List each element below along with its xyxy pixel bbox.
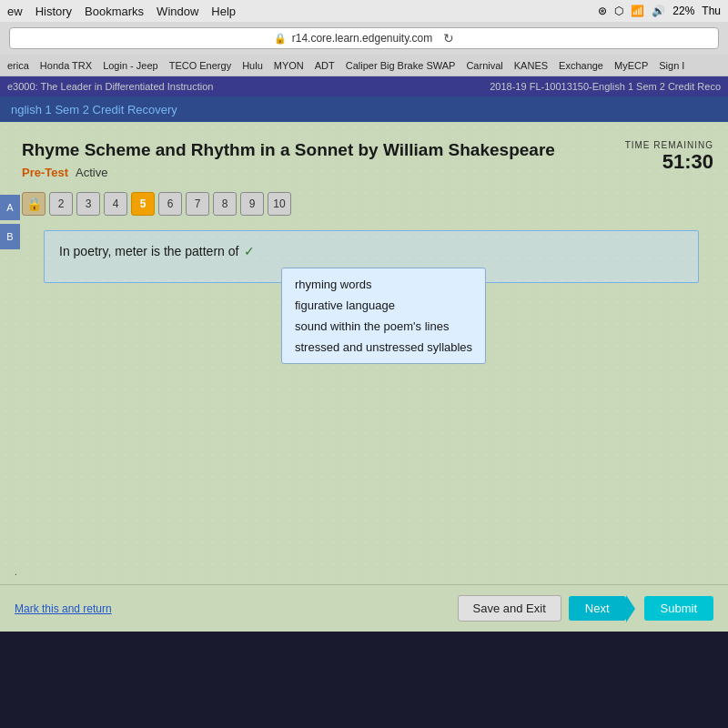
question-navigation: 🔒 2 3 4 5 6 7 8 9 10	[22, 192, 706, 216]
nav-btn-7[interactable]: 7	[186, 192, 209, 216]
url-text: r14.core.learn.edgenuity.com	[292, 32, 433, 45]
question-text: In poetry, meter is the pattern of ✓	[59, 244, 683, 258]
next-button[interactable]: Next	[569, 596, 626, 621]
menu-ew[interactable]: ew	[7, 5, 23, 18]
dropdown-option-2[interactable]: figurative language	[293, 295, 474, 316]
dropdown-option-4[interactable]: stressed and unstressed syllables	[293, 337, 474, 358]
bookmark-myecp[interactable]: MyECP	[614, 60, 648, 71]
nav-btn-lock[interactable]: 🔒	[22, 192, 46, 216]
check-icon: ✓	[244, 244, 255, 258]
bookmarks-bar: erica Honda TRX Login - Jeep TECO Energy…	[0, 55, 728, 76]
time-value: 51:30	[625, 150, 713, 174]
battery-icon: ⊛	[598, 5, 607, 17]
bookmark-adt[interactable]: ADT	[315, 60, 335, 71]
bottom-bar: Mark this and return Save and Exit Next …	[0, 584, 728, 632]
bookmark-login-jeep[interactable]: Login - Jeep	[103, 60, 158, 71]
lock-icon: 🔒	[274, 33, 287, 45]
bookmark-kanes[interactable]: KANES	[514, 60, 548, 71]
nav-btn-4[interactable]: 4	[104, 192, 127, 216]
pre-test-label: Pre-Test	[22, 166, 68, 179]
sidebar-icon-1[interactable]: A	[0, 195, 20, 220]
battery-percent: 22%	[672, 5, 694, 17]
dot-indicator: .	[15, 567, 17, 577]
mark-return-link[interactable]: Mark this and return	[15, 602, 112, 615]
bookmark-erica[interactable]: erica	[7, 60, 29, 71]
right-tab[interactable]: 2018-19 FL-10013150-English 1 Sem 2 Cred…	[490, 81, 721, 92]
save-exit-button[interactable]: Save and Exit	[458, 595, 561, 622]
browser-toolbar: 🔒 r14.core.learn.edgenuity.com ↻	[0, 22, 728, 55]
nav-btn-8[interactable]: 8	[213, 192, 237, 216]
menu-help[interactable]: Help	[211, 5, 236, 18]
page-tab-bar: e3000: The Leader in Differentiated Inst…	[0, 76, 728, 96]
question-area: In poetry, meter is the pattern of ✓ rhy…	[44, 230, 699, 283]
course-header: nglish 1 Sem 2 Credit Recovery	[0, 96, 728, 122]
course-title: nglish 1 Sem 2 Credit Recovery	[11, 103, 177, 116]
nav-btn-9[interactable]: 9	[240, 192, 264, 216]
nav-btn-10[interactable]: 10	[268, 192, 291, 216]
dropdown-container[interactable]: rhyming words figurative language sound …	[281, 268, 486, 364]
active-label: Active	[76, 166, 107, 179]
time-remaining-label: TIME REMAINING	[625, 140, 713, 150]
dropdown-option-1[interactable]: rhyming words	[293, 274, 474, 295]
bookmark-teco[interactable]: TECO Energy	[169, 60, 231, 71]
bookmark-hulu[interactable]: Hulu	[242, 60, 263, 71]
menu-bookmarks[interactable]: Bookmarks	[85, 5, 144, 18]
refresh-button[interactable]: ↻	[443, 31, 454, 46]
bookmark-myon[interactable]: MYON	[274, 60, 304, 71]
main-content: TIME REMAINING 51:30 Rhyme Scheme and Rh…	[0, 122, 728, 632]
bluetooth-icon: ⬡	[614, 5, 623, 17]
question-title: Rhyme Scheme and Rhythm in a Sonnet by W…	[22, 140, 706, 160]
clock: Thu	[702, 5, 721, 17]
submit-button[interactable]: Submit	[644, 596, 713, 621]
question-subtitle: Pre-Test Active	[22, 166, 706, 179]
left-tab[interactable]: e3000: The Leader in Differentiated Inst…	[7, 81, 213, 92]
bottom-buttons: Save and Exit Next Submit	[458, 595, 713, 622]
nav-btn-3[interactable]: 3	[76, 192, 100, 216]
menu-history[interactable]: History	[35, 5, 72, 18]
wifi-icon: 📶	[631, 5, 644, 17]
nav-btn-5[interactable]: 5	[131, 192, 155, 216]
bookmark-honda[interactable]: Honda TRX	[40, 60, 92, 71]
menu-window[interactable]: Window	[157, 5, 198, 18]
bookmark-exchange[interactable]: Exchange	[559, 60, 603, 71]
left-sidebar: A B	[0, 195, 20, 249]
nav-btn-2[interactable]: 2	[49, 192, 73, 216]
dropdown-option-3[interactable]: sound within the poem's lines	[293, 316, 474, 337]
address-bar[interactable]: 🔒 r14.core.learn.edgenuity.com ↻	[9, 27, 719, 49]
sidebar-icon-2[interactable]: B	[0, 224, 20, 249]
timer-area: TIME REMAINING 51:30	[625, 140, 713, 174]
bookmark-caliper[interactable]: Caliper Big Brake SWAP	[346, 60, 456, 71]
bookmark-sign[interactable]: Sign I	[659, 60, 684, 71]
bookmark-carnival[interactable]: Carnival	[466, 60, 502, 71]
question-body: In poetry, meter is the pattern of	[59, 244, 238, 258]
nav-btn-6[interactable]: 6	[158, 192, 182, 216]
mac-menubar: ew History Bookmarks Window Help ⊛ ⬡ 📶 🔊…	[0, 0, 728, 22]
volume-icon: 🔊	[652, 5, 665, 17]
